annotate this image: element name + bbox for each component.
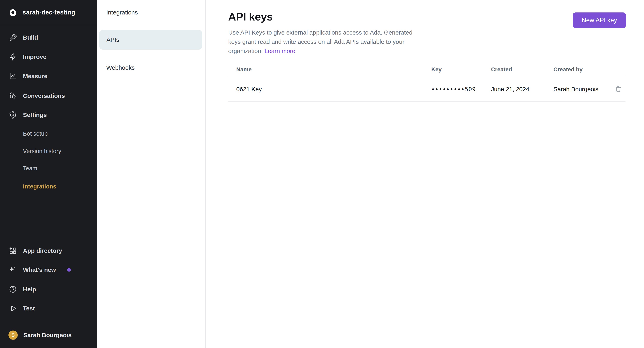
api-key-created-by: Sarah Bourgeois	[554, 86, 614, 93]
trash-icon	[614, 85, 622, 93]
api-key-name: 0621 Key	[228, 86, 431, 93]
line-chart-icon	[9, 72, 17, 80]
gear-icon	[9, 111, 17, 119]
primary-sidebar: sarah-dec-testing Build Improve Measure	[0, 0, 96, 348]
column-header-name: Name	[228, 66, 431, 73]
table-row: 0621 Key •••••••••509 June 21, 2024 Sara…	[228, 77, 626, 102]
sidebar-item-label: Test	[23, 305, 35, 312]
sparkles-icon	[9, 266, 17, 274]
ada-logo-icon	[9, 8, 17, 16]
workspace-switcher[interactable]: sarah-dec-testing	[0, 0, 96, 25]
sidebar-item-build[interactable]: Build	[0, 31, 96, 44]
subsidebar-item-webhooks[interactable]: Webhooks	[96, 62, 205, 74]
table-header-row: Name Key Created Created by	[228, 62, 626, 77]
page-description: Use API Keys to give external applicatio…	[228, 28, 432, 56]
sidebar-item-bot-setup[interactable]: Bot setup	[0, 128, 96, 139]
sidebar-item-improve[interactable]: Improve	[0, 50, 96, 63]
sidebar-item-conversations[interactable]: Conversations	[0, 89, 96, 102]
sidebar-item-integrations[interactable]: Integrations	[0, 181, 96, 192]
subsidebar-item-apis[interactable]: APIs	[99, 30, 202, 50]
sidebar-item-label: Settings	[23, 112, 47, 118]
sidebar-item-label: Measure	[23, 73, 48, 80]
new-api-key-button[interactable]: New API key	[573, 12, 626, 28]
sidebar-item-whats-new[interactable]: What's new	[0, 263, 96, 276]
play-icon	[9, 304, 17, 313]
avatar: S	[8, 331, 18, 340]
sidebar-item-settings[interactable]: Settings	[0, 109, 96, 121]
lightning-icon	[9, 53, 17, 61]
column-header-created: Created	[491, 66, 554, 73]
column-header-created-by: Created by	[554, 66, 614, 73]
sidebar-item-team[interactable]: Team	[0, 163, 96, 174]
app-window: sarah-dec-testing Build Improve Measure	[0, 0, 644, 348]
integrations-subsidebar: Integrations APIs Webhooks	[96, 0, 206, 348]
sidebar-item-label: Conversations	[23, 92, 65, 99]
sidebar-item-version-history[interactable]: Version history	[0, 146, 96, 157]
help-icon	[9, 285, 17, 293]
sidebar-item-app-directory[interactable]: App directory	[0, 244, 96, 257]
sidebar-item-help[interactable]: Help	[0, 283, 96, 296]
api-key-masked-value: •••••••••509	[431, 86, 491, 93]
subsidebar-item-integrations[interactable]: Integrations	[96, 6, 205, 18]
sidebar-item-label: Build	[23, 34, 38, 41]
chat-bubbles-icon	[9, 92, 17, 100]
sidebar-item-label: App directory	[23, 247, 62, 254]
delete-api-key-button[interactable]	[614, 84, 623, 94]
api-keys-table: Name Key Created Created by 0621 Key •••…	[228, 62, 626, 102]
page-title: API keys	[228, 10, 273, 23]
user-menu[interactable]: S Sarah Bourgeois	[0, 328, 96, 342]
column-header-key: Key	[431, 66, 491, 73]
sidebar-item-label: Improve	[23, 53, 46, 60]
sidebar-item-label: What's new	[23, 266, 56, 273]
divider	[0, 320, 96, 320]
sidebar-item-label: Help	[23, 286, 36, 293]
app-grid-plus-icon	[9, 247, 17, 255]
learn-more-link[interactable]: Learn more	[264, 48, 295, 54]
workspace-name: sarah-dec-testing	[22, 9, 75, 16]
whats-new-badge-dot	[67, 268, 71, 272]
api-key-created-date: June 21, 2024	[491, 86, 554, 93]
main-content: API keys Use API Keys to give external a…	[206, 0, 644, 348]
wrench-icon	[9, 33, 17, 42]
user-name: Sarah Bourgeois	[23, 332, 72, 339]
sidebar-item-measure[interactable]: Measure	[0, 70, 96, 83]
sidebar-item-test[interactable]: Test	[0, 302, 96, 315]
